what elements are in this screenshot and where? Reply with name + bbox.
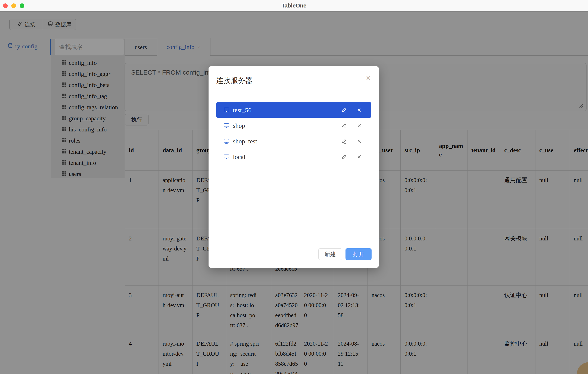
server-item-shop[interactable]: shop [216,118,371,133]
open-connection-button[interactable]: 打开 [346,248,372,260]
edit-server-icon[interactable] [341,122,347,129]
server-name-label: test_56 [233,107,252,114]
open-button-label: 打开 [353,250,364,258]
dialog-close-icon[interactable]: × [366,74,371,82]
monitor-icon [223,107,230,113]
window-title: TableOne [0,0,588,11]
new-connection-button[interactable]: 新建 [318,248,342,260]
delete-server-icon[interactable] [356,138,362,144]
edit-server-icon[interactable] [341,138,347,144]
titlebar: TableOne [0,0,588,11]
monitor-icon [223,123,230,129]
dialog-title: 连接服务器 [216,76,252,85]
server-list: test_56shopshop_testlocal [216,102,371,165]
server-name-label: local [233,153,245,160]
delete-server-icon[interactable] [356,107,362,113]
delete-server-icon[interactable] [356,122,362,129]
server-item-local[interactable]: local [216,149,371,165]
delete-server-icon[interactable] [356,154,362,160]
edit-server-icon[interactable] [341,154,347,160]
app-window: TableOne 连接 数据库 ry-config config_infocon… [0,0,588,374]
server-item-test_56[interactable]: test_56 [216,102,371,118]
monitor-icon [223,154,230,160]
server-name-label: shop [233,122,245,129]
new-button-label: 新建 [325,250,336,258]
server-item-shop_test[interactable]: shop_test [216,133,371,149]
edit-server-icon[interactable] [341,107,347,113]
monitor-icon [223,138,230,144]
connect-server-dialog: 连接服务器 × test_56shopshop_testlocal 新建 打开 [209,66,379,268]
server-name-label: shop_test [233,138,257,145]
